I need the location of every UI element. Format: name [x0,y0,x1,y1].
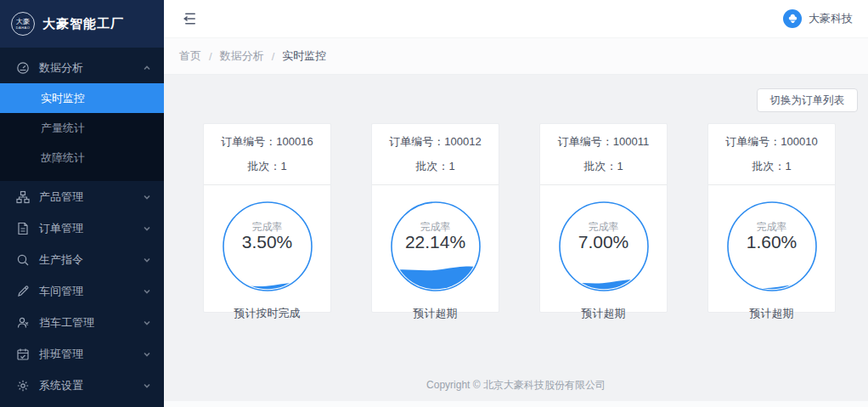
order-value: 100010 [781,135,817,148]
sidebar-item-operator-management[interactable]: 挡车工管理 [0,307,164,338]
user-box[interactable]: 大豪科技 [783,9,853,28]
breadcrumb-current: 实时监控 [282,48,326,64]
rate-value: 7.00% [557,232,651,252]
app-title: 大豪智能工厂 [42,16,124,32]
card-divider [372,184,499,185]
sidebar-item-workshop-management[interactable]: 车间管理 [0,275,164,307]
gear-icon [16,379,30,393]
horizontal-scrollbar[interactable] [164,401,868,407]
batch-value: 1 [785,160,791,172]
order-status: 预计按时完成 [204,306,330,321]
card-header: 订单编号：100010 批次：1 [708,124,835,174]
order-status: 预计超期 [708,306,835,321]
sidebar-item-output-statistics[interactable]: 产量统计 [0,113,164,143]
order-value: 100016 [276,135,313,148]
order-card: 订单编号：100016 批次：1 完成率 3.50% 预计按时完成 [203,123,331,313]
dashboard-icon [16,61,30,75]
breadcrumb-separator: / [209,50,212,63]
sidebar-item-realtime-monitor[interactable]: 实时监控 [0,83,164,113]
sidebar-logo: 大豪 DAHAO 大豪智能工厂 [0,0,164,48]
card-header: 订单编号：100016 批次：1 [204,124,330,174]
logo-text-zh: 大豪 [16,19,30,25]
order-cards-row: 订单编号：100016 批次：1 完成率 3.50% 预计按时完成 [203,123,836,313]
card-divider [204,184,330,185]
card-header: 订单编号：100012 批次：1 [372,124,499,174]
card-divider [540,184,667,185]
submenu-data-analysis: 实时监控 产量统计 故障统计 [0,83,164,181]
sidebar-item-label: 产品管理 [39,189,142,205]
chevron-down-icon [142,349,152,359]
topbar: 大豪科技 [164,0,868,38]
sidebar-item-label: 挡车工管理 [39,315,142,331]
completion-gauge: 完成率 3.50% [221,200,314,293]
rate-value: 22.14% [389,232,482,252]
completion-gauge: 完成率 1.60% [725,200,819,293]
sidebar-item-data-analysis[interactable]: 数据分析 [0,52,164,83]
sidebar-item-label: 系统设置 [39,378,142,393]
rate-value: 1.60% [725,232,819,252]
sidebar-item-order-management[interactable]: 订单管理 [0,212,164,244]
breadcrumb-data-analysis[interactable]: 数据分析 [220,48,264,64]
user-avatar [783,9,802,28]
liquid-wave [389,266,482,293]
calendar-icon [16,348,30,361]
order-label: 订单编号： [725,135,781,148]
chevron-down-icon [142,318,152,328]
order-card: 订单编号：100012 批次：1 完成率 22.14% 预计超期 [371,123,499,313]
batch-number: 批次：1 [372,159,499,174]
card-divider [708,184,835,185]
chevron-up-icon [142,63,152,73]
sidebar-item-system-settings[interactable]: 系统设置 [0,370,164,401]
worker-icon [16,316,30,330]
user-name: 大豪科技 [809,11,853,26]
breadcrumb: 首页 / 数据分析 / 实时监控 [164,38,868,75]
search-icon [16,253,30,267]
card-header: 订单编号：100011 批次：1 [540,124,667,174]
order-label: 订单编号： [389,135,444,148]
sidebar-item-production-instruction[interactable]: 生产指令 [0,244,164,275]
sidebar-item-label: 订单管理 [39,221,142,236]
submenu-item-label: 故障统计 [41,150,85,166]
sidebar-item-label: 数据分析 [39,60,142,76]
sidebar-item-label: 生产指令 [39,252,142,268]
rate-value: 3.50% [221,232,314,252]
batch-value: 1 [280,160,286,172]
breadcrumb-home[interactable]: 首页 [179,48,201,64]
switch-to-order-list-button[interactable]: 切换为订单列表 [757,88,859,112]
order-card: 订单编号：100011 批次：1 完成率 7.00% 预计超期 [539,123,668,313]
submenu-item-label: 实时监控 [41,91,85,106]
chevron-down-icon [142,223,152,234]
order-number: 订单编号：100010 [708,134,835,150]
breadcrumb-separator: / [272,50,275,63]
order-label: 订单编号： [221,135,276,148]
copyright-text: Copyright © 北京大豪科技股份有限公司 [164,378,868,393]
order-status: 预计超期 [540,306,667,321]
batch-number: 批次：1 [540,159,667,174]
main-content: 切换为订单列表 订单编号：100016 批次：1 完成率 3.50% [164,75,868,407]
chevron-down-icon [142,381,152,391]
order-number: 订单编号：100012 [372,134,499,150]
sidebar-item-product-management[interactable]: 产品管理 [0,181,164,212]
order-value: 100011 [613,135,649,148]
order-value: 100012 [444,135,481,148]
sidebar-item-label: 排班管理 [39,347,142,362]
sidebar-item-shift-management[interactable]: 排班管理 [0,338,164,370]
sidebar-item-fault-statistics[interactable]: 故障统计 [0,143,164,172]
sidebar-menu: 数据分析 实时监控 产量统计 故障统计 [0,48,164,401]
order-card: 订单编号：100010 批次：1 完成率 1.60% 预计超期 [707,123,836,313]
sidebar-item-label: 车间管理 [39,284,142,299]
chevron-down-icon [142,286,152,297]
batch-label: 批次： [752,160,785,172]
sidebar: 大豪 DAHAO 大豪智能工厂 数据分析 实时监控 产量统计 [0,0,164,407]
order-label: 订单编号： [558,135,613,148]
batch-number: 批次：1 [204,159,330,174]
document-icon [16,222,30,235]
menu-fold-icon[interactable] [179,12,196,25]
pen-icon [16,285,30,298]
completion-gauge: 完成率 7.00% [557,200,651,293]
batch-label: 批次： [583,160,617,172]
sitemap-icon [16,190,30,204]
app-window: 大豪 DAHAO 大豪智能工厂 数据分析 实时监控 产量统计 [0,0,868,407]
batch-label: 批次： [247,160,280,172]
order-status: 预计超期 [372,306,499,321]
